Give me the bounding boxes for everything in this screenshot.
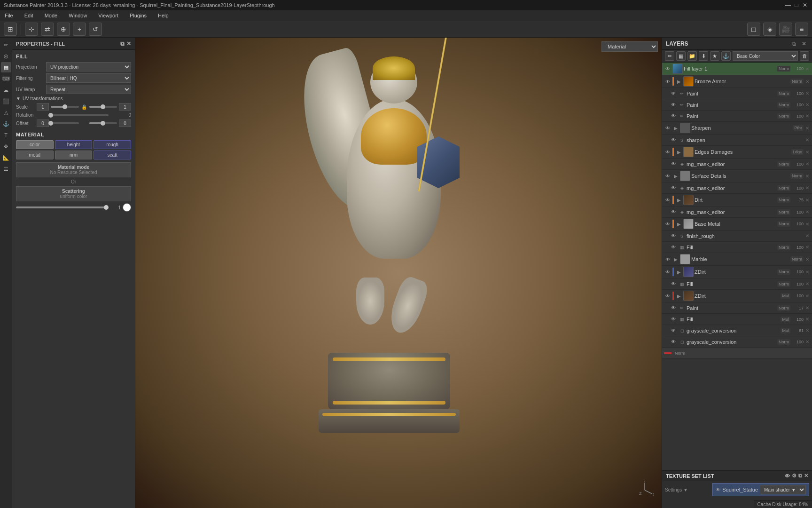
layer-delete-icon[interactable]: ✕	[804, 173, 810, 179]
layer-eye-icon[interactable]: 👁	[670, 338, 677, 346]
offset-input-x[interactable]	[37, 119, 49, 127]
layer-paint-1[interactable]: 👁 ✏ Paint Norm 100 ✕	[662, 88, 812, 99]
menu-viewport[interactable]: Viewport	[95, 12, 121, 19]
layer-delete-icon[interactable]: ✕	[804, 339, 810, 345]
maximize-button[interactable]: □	[793, 2, 800, 8]
mat-btn-metal[interactable]: metal	[16, 151, 54, 159]
properties-close-button[interactable]: ✕	[126, 40, 131, 47]
layer-mg-mask-2[interactable]: 👁 ◈ mg_mask_editor Norm 100 ✕	[662, 183, 812, 194]
layer-delete-icon[interactable]: ✕	[804, 137, 810, 143]
tool-eraser[interactable]: ◎	[1, 51, 11, 61]
tool-picker[interactable]: ✥	[1, 141, 11, 151]
offset-slider-y[interactable]	[89, 122, 117, 124]
layer-delete-icon[interactable]: ✕	[804, 102, 810, 108]
tool-measure[interactable]: 📐	[1, 152, 11, 163]
tool-clone[interactable]: ⌨	[1, 73, 11, 84]
layer-bottom-partial[interactable]: Norm	[662, 348, 812, 359]
layer-delete-icon[interactable]: ✕	[804, 256, 810, 262]
render-mode-button[interactable]: ◈	[763, 23, 776, 36]
layer-eye-icon[interactable]: 👁	[664, 124, 671, 132]
layers-float-button[interactable]: ⧉	[789, 40, 798, 48]
texture-set-float-button[interactable]: ⧉	[798, 473, 802, 479]
layer-surface-details[interactable]: 👁 ▶ Surface Details Norm ✕	[662, 170, 812, 183]
layer-delete-icon[interactable]: ✕	[804, 125, 810, 131]
texture-settings-label[interactable]: Settings ▼	[665, 487, 688, 492]
layer-fill-layer-1[interactable]: 👁 Fill layer 1 Norm 100 ✕	[662, 63, 812, 75]
layer-delete-icon[interactable]: ✕	[804, 197, 810, 203]
filtering-select[interactable]: Bilinear | HQ	[46, 73, 131, 83]
layer-eye-icon[interactable]: 👁	[670, 327, 677, 334]
tool-paint[interactable]: ✏	[1, 40, 11, 50]
layers-close-button[interactable]: ✕	[800, 40, 808, 48]
layer-delete-icon[interactable]: ✕	[804, 269, 810, 275]
selection-tool-button[interactable]: ⊹	[25, 23, 38, 36]
transformations-header[interactable]: ▼ UV transformations	[16, 96, 131, 101]
scale-slider-x[interactable]	[51, 106, 79, 108]
layer-fill-1[interactable]: 👁 ▦ Fill Norm 100 ✕	[662, 242, 812, 253]
layer-add-paint-button[interactable]: ✏	[665, 51, 674, 61]
layer-delete-icon[interactable]: ✕	[804, 233, 810, 239]
properties-float-button[interactable]: ⧉	[120, 40, 125, 47]
layer-eye-icon[interactable]: 👁	[670, 244, 677, 251]
viewport[interactable]: X Y Z Material	[135, 38, 662, 508]
layer-eye-icon[interactable]: 👁	[664, 78, 671, 85]
layer-delete-icon[interactable]: ✕	[804, 281, 810, 287]
layer-mg-mask-3[interactable]: 👁 ◈ mg_mask_editor Norm 100 ✕	[662, 206, 812, 218]
menu-help[interactable]: Help	[155, 12, 172, 19]
layer-eye-icon[interactable]: 👁	[670, 208, 677, 216]
tool-layers-alt[interactable]: ☰	[1, 164, 11, 174]
layer-marble[interactable]: 👁 ▶ Marble Norm ✕	[662, 253, 812, 266]
layer-delete-icon[interactable]: ✕	[804, 293, 810, 299]
layer-effects-button[interactable]: ★	[710, 51, 719, 61]
layer-sharpen-fx[interactable]: 👁 S sharpen ✕	[662, 135, 812, 146]
menu-file[interactable]: File	[2, 12, 16, 19]
layer-eye-icon[interactable]: 👁	[670, 112, 677, 120]
layer-delete-icon[interactable]: ✕	[804, 305, 810, 311]
tool-smudge[interactable]: ☁	[1, 85, 11, 95]
scale-input-x[interactable]	[37, 103, 49, 111]
add-button[interactable]: +	[73, 23, 86, 36]
offset-slider-x[interactable]	[51, 122, 79, 124]
layer-eye-icon[interactable]: 👁	[670, 316, 677, 323]
menu-edit[interactable]: Edit	[22, 12, 36, 19]
layer-zdirt-1[interactable]: 👁 ▶ ZDirt Norm 100 ✕	[662, 266, 812, 278]
material-dropdown[interactable]: Material	[601, 41, 658, 52]
layer-zdirt-2[interactable]: 👁 ▶ ZDirt Mul 100 ✕	[662, 290, 812, 302]
layer-eye-icon[interactable]: 👁	[664, 148, 671, 156]
layer-delete-icon[interactable]: ✕	[804, 221, 810, 227]
shader-select[interactable]: Main shader ▼	[760, 485, 806, 494]
layer-anchor-button[interactable]: ⚓	[721, 51, 731, 61]
layer-add-fill-button[interactable]: ▦	[676, 51, 686, 61]
layer-delete-icon[interactable]: ✕	[804, 113, 810, 119]
snap-button[interactable]: ⊕	[57, 23, 70, 36]
layer-eye-icon[interactable]: 👁	[670, 90, 677, 97]
offset-input-y[interactable]	[119, 119, 131, 127]
layer-delete-icon[interactable]: ✕	[804, 185, 810, 191]
layer-eye-icon[interactable]: 👁	[664, 292, 671, 300]
layer-eye-icon[interactable]: 👁	[664, 196, 671, 204]
layer-bronze-armor[interactable]: 👁 ▶ Bronze Armor Norm ✕	[662, 75, 812, 88]
layer-eye-icon[interactable]: 👁	[664, 268, 671, 276]
texture-set-eye-btn[interactable]: 👁	[716, 487, 720, 492]
layer-import-button[interactable]: ⬇	[699, 51, 708, 61]
layer-fill-zdirt[interactable]: 👁 ▦ Fill Norm 100 ✕	[662, 278, 812, 290]
layer-delete-icon[interactable]: ✕	[804, 317, 810, 322]
layer-grayscale-2[interactable]: 👁 ◻ grayscale_conversion Norm 100 ✕	[662, 336, 812, 348]
texture-set-settings-icon[interactable]: ⚙	[792, 473, 796, 479]
menu-mode[interactable]: Mode	[42, 12, 61, 19]
layer-eye-icon[interactable]: 👁	[664, 255, 671, 263]
scatter-slider[interactable]	[16, 206, 109, 208]
scale-slider-y[interactable]	[89, 106, 117, 108]
projection-select[interactable]: UV projection	[46, 62, 131, 71]
camera-button[interactable]: 🎥	[779, 23, 792, 36]
layer-delete-icon[interactable]: ✕	[804, 79, 810, 84]
layer-finish-rough[interactable]: 👁 S finish_rough ✕	[662, 230, 812, 242]
layer-delete-icon[interactable]: ✕	[804, 66, 810, 71]
tool-geometry[interactable]: △	[1, 107, 11, 118]
layer-paint-2[interactable]: 👁 ✏ Paint Norm 100 ✕	[662, 99, 812, 111]
texture-set-squirrel[interactable]: 👁 Squirrel_Statue Main shader ▼	[712, 483, 809, 496]
layer-base-metal[interactable]: 👁 ▶ Base Metal Norm 100 ✕	[662, 218, 812, 230]
menu-plugins[interactable]: Plugins	[127, 12, 149, 19]
lock-icon[interactable]: 🔒	[81, 103, 87, 110]
layer-eye-icon[interactable]: 👁	[664, 65, 671, 72]
